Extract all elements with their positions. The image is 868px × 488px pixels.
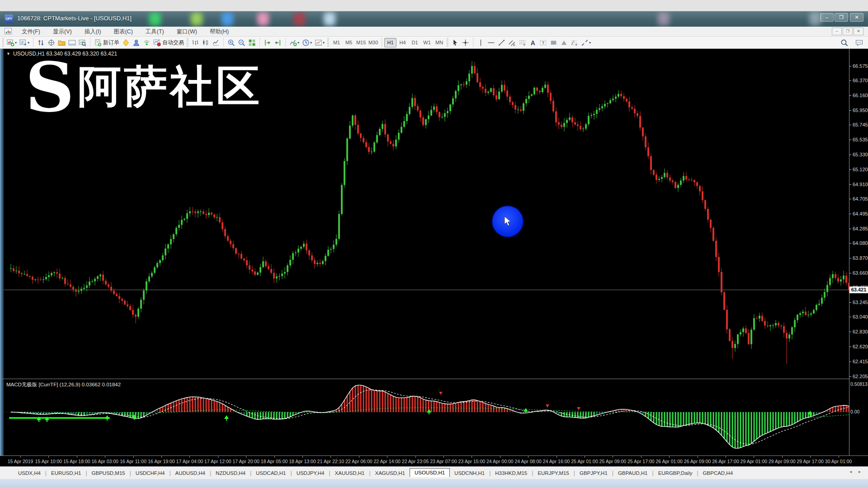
macd-max-label: 0.50813 [850,381,868,387]
text-button[interactable]: A [528,38,538,48]
periods-button[interactable]: ▾ [301,38,313,48]
chart-tab-gbpcad[interactable]: GBPCAD,H4 [698,469,737,478]
new-order-button[interactable]: 新订单 [93,38,121,48]
chart-tab-usdcnh[interactable]: USDCNH,H1 [450,469,489,478]
new-chart-button[interactable]: ▾ [5,38,18,48]
timeframe-d1-button[interactable]: D1 [409,38,421,47]
chart-tab-xagusd[interactable]: XAGUSD,H1 [371,469,410,478]
timeframe-m15-button[interactable]: M15 [355,38,367,47]
templates-button[interactable]: ▾ [313,38,326,48]
chat-icon-button[interactable] [854,38,864,48]
zoom-out-button[interactable] [236,38,247,48]
triangle-button[interactable] [559,38,569,48]
chart-tab-usdchf[interactable]: USDCHF,H4 [131,469,170,478]
equidistant-channel-button[interactable]: E [507,38,517,48]
signals-button[interactable] [142,38,152,48]
price-axis-label: 64.910 [853,182,868,187]
menu-t[interactable]: 工具(T) [139,27,170,37]
line-chart-button[interactable] [211,38,221,48]
close-button[interactable]: ✕ [850,13,863,22]
data-window-button[interactable] [46,38,57,48]
bar-chart-button[interactable] [190,38,200,48]
chart-tab-eurgbp[interactable]: EURGBP,Daily [654,469,697,478]
chart-tab-gbpusd[interactable]: GBPUSD,M15 [87,469,130,478]
zoom-in-button[interactable] [226,38,236,48]
metaeditor-button[interactable] [121,38,131,48]
timeframe-mn-button[interactable]: MN [433,38,445,47]
chart-tab-usousd[interactable]: USOUSD,H1 [410,468,450,477]
trendline-button[interactable] [496,38,507,48]
rectangle-button[interactable] [548,38,559,48]
chart-tab-usdx[interactable]: USDX,H4 [14,469,45,478]
vertical-line-button[interactable] [476,38,486,48]
timeframe-h4-button[interactable]: H4 [396,38,409,47]
fibonacci-button[interactable]: F [517,38,528,48]
cursor-button[interactable] [450,38,460,48]
strategy-tester-button[interactable] [77,38,88,48]
chart-tab-h33hkd[interactable]: H33HKD,M15 [491,469,532,478]
tab-scroll-arrows[interactable]: ◂ ▸ [849,469,863,474]
window-left-edge [0,49,4,479]
chart-tab-audusd[interactable]: AUDUSD,H4 [171,469,210,478]
arrows-button[interactable]: ▾ [580,38,592,48]
menu-v[interactable]: 显示(V) [47,27,78,37]
crosshair-button[interactable] [460,38,471,48]
profiles-button[interactable]: ▾ [18,38,31,48]
chart-tab-usdcad[interactable]: USDCAD,H1 [251,469,290,478]
menu-w[interactable]: 窗口(W) [170,27,203,37]
terminal-button[interactable] [67,38,77,48]
chart-tab-eurjpy[interactable]: EURJPY,M15 [533,469,573,478]
dropdown-arrow-icon[interactable]: ▾ [589,41,591,45]
timeframe-w1-button[interactable]: W1 [421,38,433,47]
menu-c[interactable]: 图表(C) [107,27,139,37]
timeframe-m30-button[interactable]: M30 [367,38,379,47]
chart-tab-eurusd[interactable]: EURUSD,H1 [47,469,85,478]
price-tick [849,376,851,377]
dropdown-arrow-icon[interactable]: ▾ [28,41,29,45]
menu-f[interactable]: 文件(F) [15,27,47,37]
price-axis[interactable]: 66.57566.37066.16065.95065.74565.53565.3… [849,49,868,455]
time-tick [443,456,444,458]
menu-i[interactable]: 插入(I) [78,27,108,37]
app-icon[interactable]: CPT [5,14,13,23]
chart-shift-button[interactable] [273,38,283,48]
community-button[interactable] [131,38,142,48]
candlestick-chart-button[interactable] [200,38,211,48]
horizontal-line-button[interactable] [486,38,496,48]
tile-windows-button[interactable] [247,38,257,48]
zoomout-icon [238,39,245,47]
dropdown-arrow-icon[interactable]: ▾ [297,41,299,45]
mdi-minimize-button[interactable]: – [832,28,842,35]
toolbar-separator [473,38,473,47]
toolbar-grip [187,38,189,47]
maximize-button[interactable]: ❐ [835,13,848,22]
time-axis[interactable]: 15 Apr 201915 Apr 10:0015 Apr 18:0016 Ap… [0,456,868,466]
mdi-close-button[interactable]: ✕ [854,28,863,35]
chart-tab-usdjpy[interactable]: USDJPY,H4 [292,469,329,478]
autotrading-button-label: 自动交易 [162,39,184,47]
timeframe-h1-button[interactable]: H1 [384,38,396,47]
dropdown-arrow-icon[interactable]: ▾ [323,41,325,45]
mdi-restore-button[interactable]: ❐ [843,28,853,35]
navigator-button[interactable] [57,38,67,48]
menu-h[interactable]: 帮助(H) [203,27,235,37]
minimize-button[interactable]: – [820,13,834,22]
fibo-channel-button[interactable]: F [569,38,580,48]
text-label-button[interactable]: T [538,38,548,48]
dropdown-arrow-icon[interactable]: ▾ [310,41,312,45]
chart-tab-nzdusd[interactable]: NZDUSD,H4 [211,469,250,478]
autotrading-button[interactable]: 自动交易 [152,38,185,48]
indicators-button[interactable]: ▾ [288,38,301,48]
symbol-ohlc-text: USOUSD,H1 63.340 63.429 63.320 63.421 [13,51,117,57]
dropdown-arrow-icon[interactable]: ▾ [15,41,17,45]
chevron-down-icon[interactable]: ▼ [6,52,10,56]
auto-scroll-button[interactable] [262,38,273,48]
timeframe-m5-button[interactable]: M5 [343,38,355,47]
search-icon-button[interactable] [839,38,849,48]
chart-tab-gbpaud[interactable]: GBPAUD,H1 [613,469,652,478]
chart-tab-xauusd[interactable]: XAUUSD,H1 [330,469,369,478]
macd-indicator-panel[interactable] [4,379,849,455]
timeframe-m1-button[interactable]: M1 [330,38,343,47]
market-watch-button[interactable] [36,38,46,48]
chart-tab-gbpjpy[interactable]: GBPJPY,H1 [575,469,612,478]
